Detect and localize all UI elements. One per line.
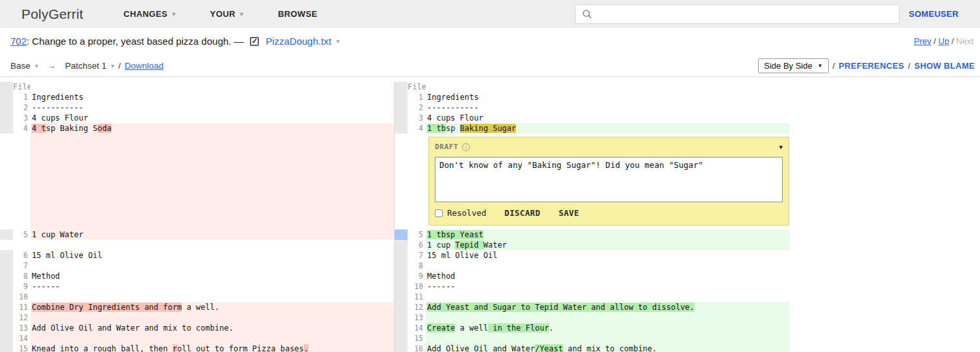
draft-comment-box: DRAFT i ▼ Don't know of any "Baking Suga… <box>428 137 789 226</box>
diff-row: 9------10------ <box>0 281 790 292</box>
change-number-link[interactable]: 702 <box>10 36 27 47</box>
line-number[interactable]: 10 <box>13 292 31 302</box>
code-text: Water <box>484 241 507 250</box>
user-menu[interactable]: SOMEUSER <box>909 9 959 19</box>
code-text: Add Olive Oil and Water and mix to combi… <box>32 323 234 333</box>
code-line: Method <box>426 271 790 281</box>
reviewed-checkbox[interactable]: ✓ <box>250 37 259 46</box>
blame-gutter <box>395 261 408 271</box>
line-number[interactable]: 13 <box>13 323 31 333</box>
code-text: Method <box>32 272 60 281</box>
chevron-down-icon: ▼ <box>818 63 823 69</box>
blame-gutter <box>395 229 408 240</box>
line-number[interactable]: 6 <box>408 240 426 250</box>
line-number[interactable]: 10 <box>408 281 426 292</box>
resolved-checkbox[interactable] <box>435 209 443 217</box>
line-number[interactable]: 2 <box>13 102 31 113</box>
line-number[interactable]: 3 <box>408 113 426 123</box>
line-number[interactable]: 5 <box>13 229 31 240</box>
search-input[interactable] <box>598 6 899 23</box>
line-number[interactable]: 14 <box>13 333 31 344</box>
change-title: : Change to a proper, yeast based pizza … <box>27 36 243 47</box>
next-file-link-disabled: Next <box>956 36 974 46</box>
code-text: ------ <box>32 282 60 291</box>
code-text: /Yeast <box>535 344 563 352</box>
diff-mode-select[interactable]: Side By Side ▼ <box>758 58 828 73</box>
download-link[interactable]: Download <box>125 61 164 71</box>
chevron-down-icon: ▾ <box>336 38 339 45</box>
blame-gutter <box>395 82 408 92</box>
nav-menu-your-label: YOUR <box>210 9 236 19</box>
nav-menu-browse[interactable]: BROWSE <box>278 9 317 19</box>
prev-file-link[interactable]: Prev <box>914 36 931 46</box>
diff-row: 1415 <box>0 333 790 344</box>
blame-gutter <box>395 102 408 113</box>
code-text: 1 cup <box>427 241 455 250</box>
search-box[interactable] <box>575 5 900 24</box>
line-number[interactable]: 15 <box>408 333 426 344</box>
chevron-down-icon: ▾ <box>240 10 243 18</box>
line-number[interactable]: 15 <box>13 344 31 352</box>
line-number[interactable]: 11 <box>13 302 31 312</box>
patchset-dropdown[interactable]: Patchset 1 ▾ <box>65 61 114 71</box>
discard-button[interactable]: DISCARD <box>504 208 540 218</box>
line-number[interactable]: 16 <box>408 344 426 352</box>
file-dropdown[interactable]: PizzaDough.txt ▾ <box>265 36 339 47</box>
line-number[interactable]: 5 <box>408 229 426 240</box>
base-patchset-dropdown[interactable]: Base ▾ <box>10 61 38 71</box>
line-number[interactable]: 1 <box>13 92 31 102</box>
diff-row: 61 cup Tepid Water <box>0 240 790 250</box>
code-line <box>426 292 790 302</box>
blame-gutter <box>395 123 408 229</box>
file-nav-links: Prev / Up / Next <box>914 36 974 46</box>
code-text: 4 cups Flour <box>427 113 484 123</box>
collapse-comment-icon[interactable]: ▼ <box>779 142 783 152</box>
code-line: ------ <box>31 281 395 292</box>
line-number[interactable]: 12 <box>408 302 426 312</box>
nav-menu-your[interactable]: YOUR ▾ <box>210 9 244 19</box>
diff-view: File File 1Ingredients1Ingredients2-----… <box>0 77 980 352</box>
code-line <box>31 312 395 323</box>
line-number[interactable]: 9 <box>13 281 31 292</box>
save-button[interactable]: SAVE <box>559 208 580 218</box>
line-number[interactable]: 11 <box>408 292 426 302</box>
diff-table: File File 1Ingredients1Ingredients2-----… <box>0 82 790 352</box>
code-text: Method <box>427 272 455 281</box>
up-link[interactable]: Up <box>938 36 949 46</box>
code-line: Add Olive Oil and Water and mix to combi… <box>31 323 395 333</box>
code-text: Create <box>427 323 455 333</box>
line-number[interactable]: 4 <box>13 123 31 229</box>
line-number[interactable]: 4 <box>408 123 426 229</box>
line-number[interactable]: 3 <box>13 113 31 123</box>
app-logo[interactable]: PolyGerrit <box>21 6 83 22</box>
line-number[interactable]: 14 <box>408 323 426 333</box>
code-line: 1 tbsp Baking Sugar <box>426 123 790 134</box>
change-header: 702 : Change to a proper, yeast based pi… <box>0 28 980 54</box>
blame-gutter <box>395 271 408 281</box>
code-line <box>31 333 395 344</box>
line-number[interactable]: 2 <box>408 102 426 113</box>
chevron-down-icon: ▾ <box>35 62 38 69</box>
show-blame-button[interactable]: SHOW BLAME <box>914 61 975 71</box>
diff-row: 11Combine Dry Ingredients and form a wel… <box>0 302 790 312</box>
line-number[interactable]: 8 <box>13 271 31 281</box>
line-number[interactable]: 13 <box>408 312 426 323</box>
line-number[interactable]: 6 <box>13 250 31 261</box>
code-text: a well. <box>182 303 219 312</box>
code-line: ----------- <box>31 102 395 113</box>
preferences-button[interactable]: PREFERENCES <box>839 61 904 71</box>
code-line <box>426 312 790 323</box>
line-number[interactable]: 7 <box>408 250 426 261</box>
comment-text-input[interactable]: Don't know of any "Baking Sugar"! Did yo… <box>435 157 783 202</box>
line-number[interactable]: 1 <box>408 92 426 102</box>
code-line: Add Yeast and Sugar to Tepid Water and a… <box>426 302 790 312</box>
nav-menu-changes[interactable]: CHANGES ▾ <box>123 9 175 19</box>
line-number[interactable]: 9 <box>408 271 426 281</box>
line-number[interactable]: 8 <box>408 261 426 271</box>
code-text: Combine Dry Ingredients and form <box>32 303 182 312</box>
line-number[interactable]: 12 <box>13 312 31 323</box>
blame-gutter <box>0 261 13 271</box>
code-text: a well <box>455 323 488 333</box>
line-number[interactable]: 7 <box>13 261 31 271</box>
line-number <box>13 240 31 250</box>
